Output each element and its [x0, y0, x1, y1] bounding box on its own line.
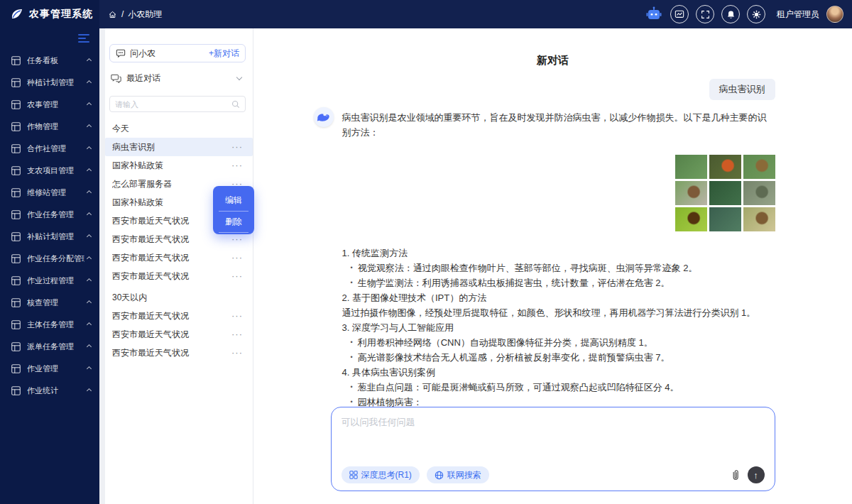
- conversation-item[interactable]: 西安市最近天气状况···: [109, 325, 246, 344]
- sidebar-item[interactable]: 作业管理: [0, 358, 99, 380]
- sidebar-item[interactable]: 主体任务管理: [0, 314, 99, 336]
- conversation-search-input[interactable]: [115, 100, 231, 109]
- chevron-up-icon: [87, 234, 92, 239]
- delete-menu-item[interactable]: 删除: [219, 212, 248, 233]
- sidebar-item[interactable]: 作物管理: [0, 116, 99, 138]
- answer-line: 3. 深度学习与人工智能应用: [342, 320, 775, 335]
- sidebar-item[interactable]: 作业统计: [0, 380, 99, 402]
- chevron-up-icon: [87, 300, 92, 305]
- chevron-up-icon: [87, 58, 92, 63]
- more-options-icon[interactable]: ···: [231, 143, 243, 150]
- sidebar-item[interactable]: 合作社管理: [0, 138, 99, 160]
- web-search-toggle[interactable]: 联网搜索: [427, 466, 489, 483]
- chat-main-area: 新对话 病虫害识别 病虫害识别是农业领域的重要环节，旨在及时发现并防治病虫害，以…: [253, 28, 852, 504]
- conversation-item-title: 病虫害识别: [112, 141, 231, 153]
- menu-grid-icon: [11, 298, 21, 307]
- message-input[interactable]: [342, 416, 765, 466]
- user-message-bubble: 病虫害识别: [709, 79, 775, 100]
- ai-assistant-robot-icon[interactable]: [645, 6, 663, 23]
- settings-gear-icon[interactable]: [747, 5, 765, 23]
- sidebar-item[interactable]: 作业过程管理: [0, 270, 99, 292]
- sidebar-item[interactable]: 核查管理: [0, 292, 99, 314]
- sidebar-item-label: 支农项目管理: [27, 165, 84, 176]
- edit-menu-item[interactable]: 编辑: [219, 190, 248, 212]
- conversation-item[interactable]: 病虫害识别···: [105, 138, 253, 156]
- sidebar-item[interactable]: 作业任务管理: [0, 204, 99, 226]
- sidebar-item[interactable]: 农事管理: [0, 94, 99, 116]
- sidebar-item-label: 作业管理: [27, 363, 84, 374]
- menu-grid-icon: [11, 276, 21, 285]
- more-options-icon[interactable]: ···: [231, 236, 243, 243]
- user-role-label: 租户管理员: [777, 9, 819, 21]
- globe-icon: [435, 471, 444, 480]
- answer-line: 1. 传统监测方法: [342, 246, 775, 261]
- conversation-item[interactable]: 西安市最近天气状况···: [109, 248, 246, 267]
- ai-message-row: 病虫害识别是农业领域的重要环节，旨在及时发现并防治病虫害，以减少作物损失。以下是…: [314, 107, 775, 424]
- chevron-up-icon: [87, 322, 92, 327]
- chevron-up-icon: [87, 146, 92, 151]
- menu-grid-icon: [11, 166, 21, 175]
- sidebar-item-label: 派单任务管理: [27, 341, 84, 352]
- plant-leaf-image: [743, 155, 775, 179]
- ai-answer-body: 1. 传统监测方法视觉观察法：通过肉眼检查作物叶片、茎部等部位，寻找病斑、虫洞等…: [342, 246, 775, 424]
- top-header: 农事管理系统 / 小农助理 租户管理员: [0, 0, 852, 28]
- chevron-up-icon: [87, 366, 92, 371]
- more-options-icon[interactable]: ···: [231, 162, 243, 169]
- conversation-item[interactable]: 西安市最近天气状况···: [109, 267, 246, 285]
- more-options-icon[interactable]: ···: [231, 254, 243, 261]
- recent-conversations-toggle[interactable]: 最近对话: [111, 72, 244, 84]
- answer-line: 利用卷积神经网络（CNN）自动提取图像特征并分类，提高识别精度 1。: [342, 335, 775, 350]
- new-chat-button[interactable]: +新对话: [209, 48, 239, 60]
- app-logo: 农事管理系统: [0, 0, 99, 28]
- conversation-item-title: 西安市最近天气状况: [112, 310, 231, 322]
- chevron-up-icon: [87, 388, 92, 393]
- collapse-menu-icon[interactable]: [78, 34, 89, 43]
- fullscreen-icon[interactable]: [696, 5, 714, 23]
- conversation-item[interactable]: 西安市最近天气状况···: [109, 307, 246, 325]
- sidebar-item[interactable]: 维修站管理: [0, 182, 99, 204]
- chevron-up-icon: [87, 102, 92, 107]
- ask-assistant-box[interactable]: 问小农 +新对话: [109, 44, 246, 62]
- conversation-item[interactable]: 国家补贴政策···: [109, 156, 246, 175]
- sidebar-item[interactable]: 任务看板: [0, 50, 99, 72]
- more-options-icon[interactable]: ···: [231, 331, 243, 338]
- chevron-up-icon: [87, 256, 92, 261]
- user-avatar[interactable]: [826, 6, 843, 23]
- sidebar-item[interactable]: 作业任务分配管理: [0, 248, 99, 270]
- search-icon[interactable]: [231, 100, 240, 109]
- send-button[interactable]: ↑: [748, 466, 765, 483]
- answer-line: 生物学监测法：利用诱捕器或粘虫板捕捉害虫，统计数量，评估潜在危害 2。: [342, 275, 775, 290]
- chevron-up-icon: [87, 344, 92, 349]
- message-composer: 深度思考(R1) 联网搜索 ↑: [331, 407, 775, 491]
- sidebar-item-label: 作业任务分配管理: [27, 253, 84, 264]
- menu-grid-icon: [11, 232, 21, 241]
- chat-bubble-icon: [116, 48, 126, 58]
- sidebar-item-label: 种植计划管理: [27, 77, 84, 88]
- menu-grid-icon: [11, 100, 21, 109]
- menu-grid-icon: [11, 342, 21, 351]
- conversation-item[interactable]: 西安市最近天气状况···: [109, 344, 246, 362]
- sidebar-item-label: 主体任务管理: [27, 319, 84, 330]
- chevron-up-icon: [87, 278, 92, 283]
- dashboard-chart-icon[interactable]: [670, 5, 689, 23]
- breadcrumb: / 小农助理: [108, 9, 162, 21]
- answer-line: 葱韭白点问题：可能是斑潜蝇或蓟马所致，可通过观察凸起或凹陷特征区分 4。: [342, 380, 775, 395]
- more-options-icon[interactable]: ···: [231, 312, 243, 319]
- breadcrumb-current: 小农助理: [128, 9, 162, 21]
- sidebar-item[interactable]: 补贴计划管理: [0, 226, 99, 248]
- more-options-icon[interactable]: ···: [231, 273, 243, 280]
- sidebar-item[interactable]: 派单任务管理: [0, 336, 99, 358]
- chevron-up-icon: [87, 190, 92, 195]
- menu-grid-icon: [11, 144, 21, 153]
- sidebar-item[interactable]: 种植计划管理: [0, 72, 99, 94]
- notification-bell-icon[interactable]: [721, 5, 740, 23]
- attachment-paperclip-icon[interactable]: [731, 469, 741, 481]
- deep-think-toggle[interactable]: 深度思考(R1): [342, 466, 420, 483]
- sidebar-item[interactable]: 支农项目管理: [0, 160, 99, 182]
- more-options-icon[interactable]: ···: [231, 349, 243, 356]
- conversation-search-box: [109, 96, 246, 112]
- header-actions: 租户管理员: [645, 5, 852, 23]
- menu-grid-icon: [11, 254, 21, 263]
- conversation-context-menu: 编辑 删除: [213, 186, 254, 234]
- home-icon[interactable]: [108, 10, 117, 19]
